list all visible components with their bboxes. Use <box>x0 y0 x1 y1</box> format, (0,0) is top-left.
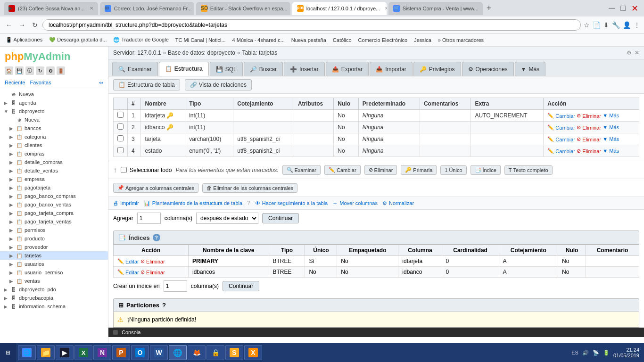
db-item-nueva-child[interactable]: ⊕ Nueva <box>0 115 108 124</box>
taskbar-item-word[interactable]: W <box>150 345 168 360</box>
db-item-usuario-permiso[interactable]: ▶ 📋 usuario_permiso <box>0 268 108 277</box>
db-item-pago-banco-ventas[interactable]: ▶ 📋 pago_banco_ventas <box>0 200 108 209</box>
taskbar-item-xampp[interactable]: X <box>244 345 262 360</box>
tab-exportar[interactable]: 📤 Exportar <box>326 62 369 76</box>
row1-mas-link[interactable]: ▼ Más <box>603 113 619 118</box>
taskbar-speaker-icon[interactable]: 🔊 <box>582 350 589 356</box>
add-columns-position-select[interactable]: después de estado al final al principio <box>196 213 258 224</box>
taskbar-network-icon[interactable]: 📡 <box>593 350 599 356</box>
db-item-pago-tarjeta-compra[interactable]: ▶ 📋 pago_tarjeta_compra <box>0 209 108 217</box>
hacer-seguimiento-link[interactable]: 👁 Hacer seguimiento a la tabla <box>255 200 328 206</box>
taskbar-item-outlook[interactable]: O <box>131 345 149 360</box>
db-item-clientes[interactable]: ▶ 📋 clientes <box>0 141 108 149</box>
bm-catolico[interactable]: Católico <box>330 36 355 44</box>
create-index-continuar-button[interactable]: Continuar <box>223 281 259 291</box>
row1-eliminar-link[interactable]: ⊘ Eliminar <box>577 113 601 119</box>
browser-tab-5[interactable]: 🛒 Sistema Compra - Venta | www... ✕ <box>388 2 483 15</box>
vista-relaciones-button[interactable]: 🔗 Vista de relaciones <box>185 79 252 90</box>
taskbar-item-vpn[interactable]: 🔒 <box>206 345 224 360</box>
planteamiento-link[interactable]: 📊 Planteamiento de la estructura de tabl… <box>144 200 242 206</box>
bm-musica[interactable]: 4️ Música - 4shared.c... <box>230 36 288 44</box>
row1-cambiar-link[interactable]: ✏️ Cambiar <box>547 113 575 119</box>
db-item-nueva-top[interactable]: ⊕ Nueva <box>0 90 108 99</box>
tab-privilegios[interactable]: 🔑 Privilegios <box>413 62 461 76</box>
db-item-pago-banco-compras[interactable]: ▶ 📋 pago_banco_compras <box>0 192 108 200</box>
imprimir-link[interactable]: 🖨 Imprimir <box>113 200 139 206</box>
row1-checkbox[interactable] <box>117 112 124 118</box>
sidebar-expand-icon[interactable]: ⇔ <box>99 80 103 86</box>
taskbar-item-wmp[interactable]: ▶ <box>56 345 74 360</box>
breadcrumb-server[interactable]: Servidor: 127.0.0.1 <box>113 49 161 56</box>
console-bar[interactable]: Consola <box>108 328 644 337</box>
db-item-detalle-compras[interactable]: ▶ 📋 detalle_compras <box>0 158 108 166</box>
tab-1-close[interactable]: ✕ <box>90 6 93 11</box>
browser-tab-3[interactable]: SO Editar - Stack Overflow en espa... ✕ <box>196 2 290 15</box>
db-item-compras[interactable]: ▶ 📋 compras <box>0 149 108 158</box>
replication-icon[interactable]: ⚙ <box>46 66 55 75</box>
tab-4-close[interactable]: ✕ <box>385 6 386 11</box>
db-item-tarjetas[interactable]: ▶ 📋 tarjetas <box>0 251 108 260</box>
home-icon[interactable]: 🏠 <box>5 66 13 75</box>
star-icon[interactable]: ☆ <box>584 21 590 29</box>
forward-button[interactable]: → <box>17 20 27 30</box>
favorites-link[interactable]: Favoritas <box>30 80 51 86</box>
taskbar-item-chrome[interactable]: 🌐 <box>18 345 36 360</box>
browser-tab-4[interactable]: pma localhost / 127.0.0.1 / dbproye... ✕ <box>292 2 387 15</box>
taskbar-item-chrome2[interactable]: 🌐 <box>169 345 187 360</box>
row4-mas-link[interactable]: ▼ Más <box>603 148 619 154</box>
idx-row1-eliminar-link[interactable]: ⊘ Eliminar <box>140 258 165 264</box>
add-columns-continuar-button[interactable]: Continuar <box>262 213 299 223</box>
estructura-tabla-button[interactable]: 📋 Estructura de tabla <box>113 79 180 90</box>
row4-checkbox[interactable] <box>117 147 124 153</box>
recent-link[interactable]: Reciente <box>5 80 25 86</box>
close-browser-button[interactable]: ✕ <box>629 3 640 14</box>
taskbar-item-firefox[interactable]: 🦊 <box>188 345 206 360</box>
db-item-information-schema[interactable]: ▶ 🗄 information_schema <box>0 302 108 311</box>
tab-mas[interactable]: ▼ Más <box>515 62 546 76</box>
db-item-detalle-ventas[interactable]: ▶ 📋 detalle_ventas <box>0 166 108 175</box>
bm-traductor[interactable]: 🌐 Traductor de Google <box>110 36 171 44</box>
partitions-help-icon[interactable]: ? <box>162 302 166 309</box>
eliminar-marked-button[interactable]: ⊘ Eliminar <box>364 165 397 175</box>
taskbar-item-ppt[interactable]: P <box>112 345 130 360</box>
db-item-dbpruebacopia[interactable]: ▶ 🗄 dbpruebacopia <box>0 294 108 302</box>
taskbar-item-excel[interactable]: X <box>74 345 92 360</box>
row2-eliminar-link[interactable]: ⊘ Eliminar <box>577 124 601 131</box>
address-input[interactable] <box>42 19 581 31</box>
bm-tc[interactable]: TC Mi Canal | Notici... <box>173 36 229 44</box>
texto-completo-button[interactable]: T Texto completo <box>504 165 553 175</box>
mover-columnas-link[interactable]: ↔ Mover columnas <box>332 200 378 206</box>
minimize-button[interactable]: ─ <box>607 3 617 14</box>
row2-checkbox[interactable] <box>117 123 124 130</box>
row2-mas-link[interactable]: ▼ Más <box>603 124 619 130</box>
db-item-agenda[interactable]: ▶ 🗄 agenda <box>0 99 108 107</box>
bm-otros[interactable]: » Otros marcadores <box>435 36 487 44</box>
bm-aplicaciones[interactable]: 📱 Aplicaciones <box>3 36 45 44</box>
new-tab-button[interactable]: + <box>485 3 494 13</box>
normalizar-link[interactable]: ⚙ Normalizar <box>382 200 414 206</box>
db-item-dbproyecto-pdo[interactable]: ▶ 🗄 dbproyecto_pdo <box>0 285 108 294</box>
row3-cambiar-link[interactable]: ✏️ Cambiar <box>547 136 575 142</box>
idx-row2-eliminar-link[interactable]: ⊘ Eliminar <box>140 269 165 275</box>
tab-estructura[interactable]: 📋 Estructura <box>159 62 209 76</box>
row3-eliminar-link[interactable]: ⊘ Eliminar <box>577 136 601 142</box>
row2-cambiar-link[interactable]: ✏️ Cambiar <box>547 124 575 131</box>
row3-checkbox[interactable] <box>117 135 124 141</box>
db-item-permisos[interactable]: ▶ 📋 permisos <box>0 226 108 234</box>
reader-icon[interactable]: 📄 <box>593 21 601 29</box>
back-button[interactable]: ← <box>4 20 14 30</box>
idx-row1-editar-link[interactable]: ✏️ Editar <box>117 258 139 264</box>
db-item-dbproyecto[interactable]: ▼ 🗄 dbproyecto <box>0 107 108 115</box>
create-index-input[interactable] <box>164 280 187 292</box>
indice-button[interactable]: 📑 Índice <box>471 165 501 175</box>
download-icon[interactable]: ⬇ <box>603 21 609 29</box>
bm-descarga[interactable]: 💚 Descarga gratuita d... <box>46 36 109 44</box>
bm-jessica[interactable]: Jessica <box>411 36 434 44</box>
db-item-pago-tarjeta-ventas[interactable]: ▶ 📋 pago_tarjeta_ventas <box>0 217 108 226</box>
exit-icon[interactable]: 🚪 <box>57 66 65 75</box>
maximize-button[interactable]: □ <box>619 3 627 14</box>
settings-gear-icon[interactable]: ⚙ <box>627 49 632 56</box>
start-button[interactable]: ⊞ <box>0 343 16 362</box>
tab-importar[interactable]: 📥 Importar <box>370 62 413 76</box>
cambiar-marked-button[interactable]: ✏️ Cambiar <box>324 165 361 175</box>
